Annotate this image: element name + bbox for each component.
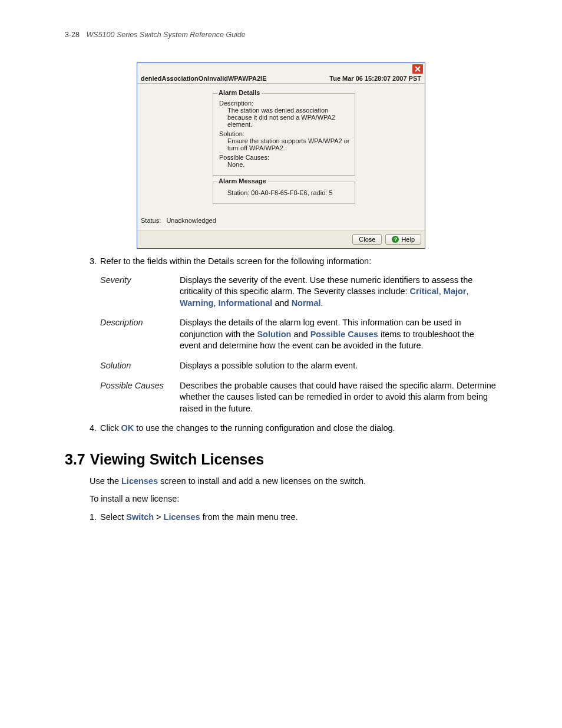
term-solution: Solution [100, 360, 180, 372]
help-button-label: Help [401, 236, 415, 243]
page-number: 3-28 [65, 31, 80, 39]
step-3-text: Refer to the fields within the Details s… [100, 256, 371, 266]
licenses-intro: Use the Licenses screen to install and a… [90, 475, 497, 487]
step-1b: 1.Select Switch > Licenses from the main… [100, 512, 497, 523]
close-icon[interactable] [412, 64, 424, 74]
step-3: 3.Refer to the fields within the Details… [100, 256, 497, 268]
def-possible-causes: Possible Causes Describes the probable c… [100, 380, 497, 415]
alarm-message-fieldset: Alarm Message Station: 00-A0-F8-65-F0-E6… [213, 182, 355, 204]
desc-solution: Displays a possible solution to the alar… [180, 360, 497, 372]
status-label: Status: [141, 217, 161, 224]
step-number: 1. [90, 512, 100, 523]
term-severity: Severity [100, 275, 180, 309]
status-row: Status: Unacknowledged [137, 212, 425, 230]
possible-causes-text: None. [219, 161, 350, 168]
def-severity: Severity Displays the severity of the ev… [100, 275, 497, 309]
solution-label: Solution: [219, 130, 350, 137]
section-title: Viewing Switch Licenses [90, 451, 264, 467]
solution-text: Ensure the station supports WPA/WPA2 or … [219, 137, 350, 151]
def-description: Description Displays the details of the … [100, 317, 497, 352]
status-value: Unacknowledged [166, 217, 216, 224]
term-description: Description [100, 317, 180, 352]
close-button[interactable]: Close [352, 234, 382, 245]
desc-severity: Displays the severity of the event. Use … [180, 275, 497, 309]
dialog-screenshot: deniedAssociationOnInvalidWPAWPA2IE Tue … [137, 62, 425, 249]
step-4: 4.Click OK to use the changes to the run… [100, 423, 497, 434]
term-possible-causes: Possible Causes [100, 380, 180, 415]
dialog-timestamp: Tue Mar 06 15:28:07 2007 PST [329, 75, 421, 82]
section-number: 3.7 [65, 451, 85, 467]
close-button-label: Close [359, 236, 375, 243]
alarm-message-legend: Alarm Message [217, 177, 268, 185]
def-solution: Solution Displays a possible solution to… [100, 360, 497, 372]
section-heading: 3.7Viewing Switch Licenses [65, 451, 497, 468]
install-intro: To install a new license: [90, 493, 497, 505]
desc-possible-causes: Describes the probable causes that could… [180, 380, 497, 415]
description-text: The station was denied association becau… [219, 107, 350, 128]
doc-title: WS5100 Series Switch System Reference Gu… [87, 31, 246, 39]
possible-causes-label: Possible Causes: [219, 154, 350, 161]
help-icon: ? [392, 236, 399, 243]
step-number: 4. [90, 423, 100, 434]
dialog-title: deniedAssociationOnInvalidWPAWPA2IE [141, 75, 267, 82]
running-header: 3-28 WS5100 Series Switch System Referen… [65, 31, 497, 39]
step-number: 3. [90, 256, 100, 268]
alarm-message-text: Station: 00-A0-F8-65-F0-E6, radio: 5 [219, 189, 350, 196]
alarm-details-legend: Alarm Details [217, 89, 262, 96]
alarm-details-fieldset: Alarm Details Description: The station w… [213, 93, 355, 176]
desc-description: Displays the details of the alarm log ev… [180, 317, 497, 352]
description-label: Description: [219, 100, 350, 107]
help-button[interactable]: ? Help [385, 234, 421, 245]
